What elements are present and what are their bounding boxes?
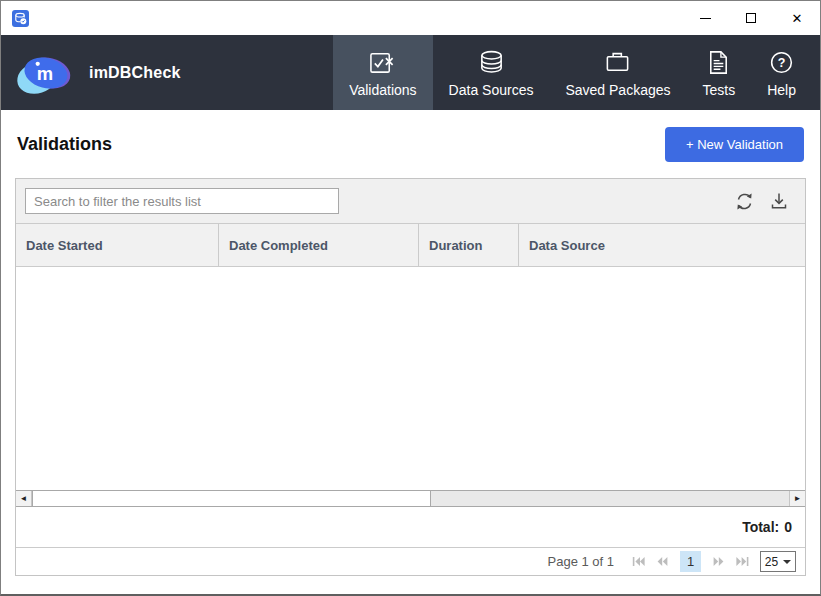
previous-page-icon <box>656 555 669 568</box>
tab-tests[interactable]: Tests <box>687 35 752 110</box>
app-window: ✕ m imDBCheck <box>0 0 821 596</box>
column-header-duration[interactable]: Duration <box>419 224 519 266</box>
page-size-value: 25 <box>765 555 778 569</box>
maximize-button[interactable] <box>728 1 774 35</box>
total-row: Total: 0 <box>16 507 805 548</box>
next-page-icon <box>712 555 725 568</box>
title-bar: ✕ <box>1 1 820 35</box>
tab-label: Saved Packages <box>565 82 670 98</box>
page-title: Validations <box>17 134 112 155</box>
nav-tabs: Validations Data Sources <box>333 35 820 110</box>
minimize-button[interactable] <box>682 1 728 35</box>
last-page-icon <box>736 555 749 568</box>
db-check-icon <box>14 12 27 25</box>
tab-saved-packages[interactable]: Saved Packages <box>549 35 686 110</box>
dropdown-caret-icon <box>783 560 791 564</box>
svg-text:m: m <box>37 62 53 83</box>
next-page-button[interactable] <box>712 555 725 568</box>
scroll-right-button[interactable]: ► <box>789 491 805 506</box>
table-header-row: Date Started Date Completed Duration Dat… <box>16 223 805 267</box>
close-icon: ✕ <box>792 12 803 25</box>
refresh-icon <box>734 191 755 212</box>
column-header-data-source[interactable]: Data Source <box>519 224 805 266</box>
pagination-bar: Page 1 of 1 1 <box>16 548 805 575</box>
results-toolbar <box>16 179 805 223</box>
question-circle-icon: ? <box>768 48 795 76</box>
column-header-date-completed[interactable]: Date Completed <box>219 224 419 266</box>
checkbox-validation-icon <box>369 48 396 76</box>
maximize-icon <box>746 13 756 23</box>
app-title: imDBCheck <box>89 64 181 82</box>
close-button[interactable]: ✕ <box>774 1 820 35</box>
document-icon <box>705 48 732 76</box>
refresh-button[interactable] <box>734 191 755 212</box>
scroll-left-button[interactable]: ◄ <box>16 491 32 506</box>
tab-label: Data Sources <box>449 82 534 98</box>
last-page-button[interactable] <box>736 555 749 568</box>
tab-label: Help <box>767 82 796 98</box>
horizontal-scrollbar[interactable]: ◄ ► <box>16 490 805 507</box>
brand-logo-icon: m <box>13 46 75 100</box>
page-indicator: Page 1 of 1 <box>548 554 615 569</box>
table-body-empty <box>16 267 805 490</box>
tab-label: Tests <box>703 82 736 98</box>
tab-data-sources[interactable]: Data Sources <box>433 35 550 110</box>
nav-bar: m imDBCheck Validations <box>1 35 820 110</box>
database-icon <box>478 48 505 76</box>
page-header: Validations + New Validation <box>1 110 820 178</box>
current-page-button[interactable]: 1 <box>680 551 701 572</box>
app-taskbar-icon <box>12 10 29 27</box>
scroll-left-arrow-icon: ◄ <box>20 494 28 503</box>
column-header-date-started[interactable]: Date Started <box>16 224 219 266</box>
new-validation-button[interactable]: + New Validation <box>665 127 804 162</box>
download-icon <box>769 191 789 211</box>
scroll-right-arrow-icon: ► <box>794 494 802 503</box>
total-label: Total: <box>742 519 779 535</box>
scrollbar-thumb[interactable] <box>32 491 431 506</box>
export-button[interactable] <box>769 191 789 211</box>
total-value: 0 <box>784 519 792 535</box>
tab-help[interactable]: ? Help <box>751 35 812 110</box>
results-panel: Date Started Date Completed Duration Dat… <box>15 178 806 576</box>
toolbar-icons <box>734 191 796 212</box>
page-size-dropdown[interactable]: 25 <box>760 551 796 572</box>
search-input[interactable] <box>25 188 339 214</box>
window-controls: ✕ <box>682 1 820 35</box>
folder-icon <box>604 48 631 76</box>
tab-label: Validations <box>349 82 416 98</box>
first-page-button[interactable] <box>632 555 645 568</box>
first-page-icon <box>632 555 645 568</box>
brand: m imDBCheck <box>1 35 181 110</box>
previous-page-button[interactable] <box>656 555 669 568</box>
minimize-icon <box>700 18 711 19</box>
svg-text:?: ? <box>778 56 786 70</box>
tab-validations[interactable]: Validations <box>333 35 432 110</box>
